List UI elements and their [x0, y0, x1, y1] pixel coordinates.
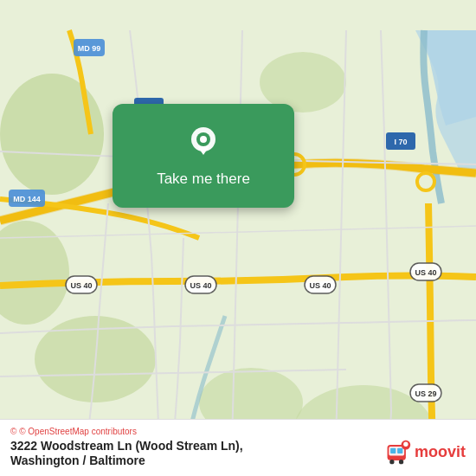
- svg-text:US 40: US 40: [190, 281, 211, 290]
- address-text: 3222 Woodstream Ln (Wood Stream Ln),: [10, 438, 243, 453]
- svg-text:US 40: US 40: [70, 281, 92, 290]
- map-svg: MD 99 I 70 I 70 MD 144 US 40 US 40 US 40…: [0, 0, 476, 476]
- city-text: Washington / Baltimore: [10, 453, 243, 467]
- address-row: 3222 Woodstream Ln (Wood Stream Ln), Was…: [10, 438, 466, 467]
- svg-rect-34: [390, 448, 396, 453]
- svg-point-37: [403, 441, 408, 446]
- svg-text:US 40: US 40: [309, 281, 331, 290]
- moovit-logo: moovit: [384, 439, 466, 466]
- svg-point-28: [200, 136, 207, 143]
- svg-text:I 70: I 70: [394, 138, 407, 146]
- svg-rect-35: [397, 448, 402, 453]
- map-container: MD 99 I 70 I 70 MD 144 US 40 US 40 US 40…: [0, 0, 476, 476]
- osm-credit: © OpenStreetMap contributors: [19, 427, 137, 436]
- copyright-symbol: ©: [10, 427, 16, 436]
- svg-point-32: [389, 460, 394, 464]
- moovit-icon: [384, 439, 412, 466]
- bottom-bar: © © OpenStreetMap contributors 3222 Wood…: [0, 419, 476, 476]
- svg-point-7: [417, 173, 434, 190]
- svg-text:MD 99: MD 99: [78, 44, 101, 53]
- overlay-card[interactable]: Take me there: [113, 104, 294, 208]
- svg-text:MD 144: MD 144: [13, 195, 41, 203]
- svg-text:US 29: US 29: [415, 389, 436, 398]
- location-pin-icon: [184, 124, 222, 162]
- take-me-there-button[interactable]: Take me there: [157, 170, 250, 188]
- copyright-text: © © OpenStreetMap contributors: [10, 427, 466, 436]
- moovit-logo-text: moovit: [415, 443, 466, 461]
- svg-point-33: [399, 460, 403, 464]
- svg-text:US 40: US 40: [415, 268, 436, 277]
- address-block: 3222 Woodstream Ln (Wood Stream Ln), Was…: [10, 438, 243, 467]
